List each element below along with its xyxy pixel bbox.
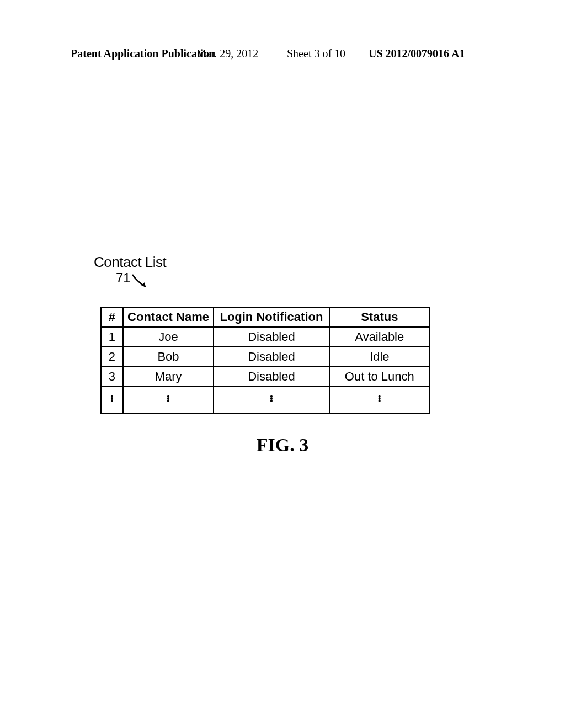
cell-login-notification: Disabled [214, 367, 329, 387]
col-header-contact-name: Contact Name [123, 307, 214, 327]
col-header-number: # [101, 307, 123, 327]
table-row: 2 Bob Disabled Idle [101, 347, 430, 367]
header-publication-type: Patent Application Publication [71, 47, 215, 60]
ellipsis-icon: ••• [101, 387, 123, 413]
ellipsis-icon: ••• [123, 387, 214, 413]
cell-contact-name: Mary [123, 367, 214, 387]
cell-login-notification: Disabled [214, 327, 329, 347]
cell-status: Available [329, 327, 430, 347]
contact-list-table-wrap: # Contact Name Login Notification Status… [100, 307, 430, 414]
contact-list-table: # Contact Name Login Notification Status… [100, 307, 430, 414]
table-row: 1 Joe Disabled Available [101, 327, 430, 347]
cell-contact-name: Joe [123, 327, 214, 347]
contact-list-label: Contact List [94, 254, 166, 271]
cell-number: 1 [101, 327, 123, 347]
cell-status: Out to Lunch [329, 367, 430, 387]
header-sheet: Sheet 3 of 10 [287, 47, 345, 60]
table-header-row: # Contact Name Login Notification Status [101, 307, 430, 327]
reference-number-71: 71 [116, 270, 131, 286]
header-publication-number: US 2012/0079016 A1 [369, 47, 465, 60]
table-row: 3 Mary Disabled Out to Lunch [101, 367, 430, 387]
cell-login-notification: Disabled [214, 347, 329, 367]
cell-number: 3 [101, 367, 123, 387]
page: Patent Application Publication Mar. 29, … [0, 0, 565, 728]
cell-status: Idle [329, 347, 430, 367]
figure-caption: FIG. 3 [0, 435, 565, 456]
leader-arrow-icon [130, 271, 152, 293]
ellipsis-icon: ••• [214, 387, 329, 413]
cell-number: 2 [101, 347, 123, 367]
ellipsis-icon: ••• [329, 387, 430, 413]
header-date: Mar. 29, 2012 [196, 47, 258, 60]
table-row-ellipsis: ••• ••• ••• ••• [101, 387, 430, 413]
col-header-login-notification: Login Notification [214, 307, 329, 327]
cell-contact-name: Bob [123, 347, 214, 367]
col-header-status: Status [329, 307, 430, 327]
